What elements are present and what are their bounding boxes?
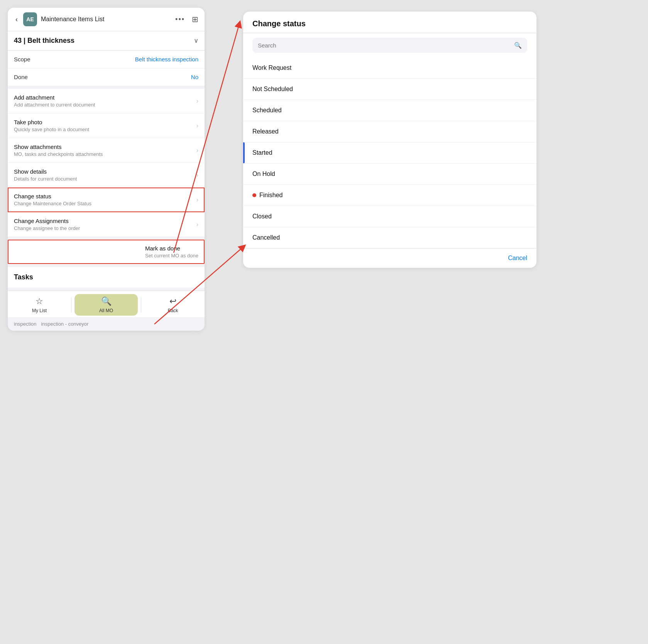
all-mo-icon: 🔍 bbox=[101, 296, 112, 306]
cancelled-label: Cancelled bbox=[252, 234, 280, 241]
change-status-item[interactable]: Change status Change Maintenance Order S… bbox=[8, 188, 205, 212]
change-status-subtitle: Change Maintenance Order Status bbox=[14, 201, 91, 206]
right-panel: Change status 🔍 Work Request Not Schedul… bbox=[243, 12, 536, 268]
content-area: Scope Belt thickness inspection Done No … bbox=[8, 51, 205, 291]
scope-value: Belt thickness inspection bbox=[135, 56, 198, 63]
status-on-hold[interactable]: On Hold bbox=[243, 164, 536, 185]
add-attachment-title: Add attachment bbox=[14, 94, 95, 101]
show-details-chevron-icon: › bbox=[196, 172, 198, 179]
status-list: Work Request Not Scheduled Scheduled Rel… bbox=[243, 57, 536, 248]
change-assignments-chevron-icon: › bbox=[196, 221, 198, 228]
change-status-text: Change status Change Maintenance Order S… bbox=[14, 193, 91, 206]
back-button[interactable]: ‹ bbox=[14, 14, 19, 25]
info-section: Scope Belt thickness inspection Done No bbox=[8, 51, 205, 86]
done-label: Done bbox=[14, 74, 28, 80]
mark-as-done-section: Mark as done Set current MO as done bbox=[8, 240, 205, 264]
chevron-down-icon: ∨ bbox=[194, 37, 198, 44]
finished-label: Finished bbox=[259, 192, 283, 199]
right-panel-header: Change status bbox=[243, 12, 536, 33]
status-cancelled[interactable]: Cancelled bbox=[243, 227, 536, 248]
show-details-title: Show details bbox=[14, 168, 77, 175]
done-row: Done No bbox=[8, 68, 205, 86]
take-photo-chevron-icon: › bbox=[196, 122, 198, 129]
back-icon: ↩ bbox=[169, 296, 176, 306]
not-scheduled-label: Not Scheduled bbox=[252, 86, 293, 93]
scope-label: Scope bbox=[14, 56, 30, 63]
search-icon: 🔍 bbox=[514, 42, 522, 49]
my-list-icon: ☆ bbox=[36, 296, 43, 306]
take-photo-subtitle: Quickly save photo in a document bbox=[14, 127, 89, 132]
show-attachments-text: Show attachments MO, tasks and checkpoin… bbox=[14, 144, 103, 157]
change-status-title: Change status bbox=[14, 193, 91, 199]
released-label: Released bbox=[252, 128, 279, 135]
done-value: No bbox=[191, 74, 198, 80]
nav-my-list-label: My List bbox=[32, 308, 47, 313]
left-panel: ‹ AE Maintenance Items List ••• ⊞ 43 | B… bbox=[8, 8, 205, 331]
on-hold-label: On Hold bbox=[252, 171, 275, 177]
show-attachments-item[interactable]: Show attachments MO, tasks and checkpoin… bbox=[8, 138, 205, 163]
document-title-bar[interactable]: 43 | Belt thickness ∨ bbox=[8, 31, 205, 51]
nav-all-mo-label: All MO bbox=[99, 308, 113, 313]
mark-as-done-title: Mark as done bbox=[145, 245, 198, 252]
avatar: AE bbox=[23, 12, 37, 26]
change-assignments-item[interactable]: Change Assignments Change assignee to th… bbox=[8, 212, 205, 237]
grid-button[interactable]: ⊞ bbox=[192, 15, 198, 24]
search-bar[interactable]: 🔍 bbox=[252, 38, 527, 53]
change-assignments-subtitle: Change assignee to the order bbox=[14, 225, 80, 231]
search-input[interactable] bbox=[258, 42, 511, 49]
nav-back-label: Back bbox=[168, 308, 178, 313]
app-header: ‹ AE Maintenance Items List ••• ⊞ bbox=[8, 8, 205, 31]
document-title-text: 43 | Belt thickness bbox=[14, 37, 74, 45]
add-attachment-subtitle: Add attachment to current document bbox=[14, 102, 95, 108]
nav-my-list[interactable]: ☆ My List bbox=[8, 294, 71, 316]
add-attachment-text: Add attachment Add attachment to current… bbox=[14, 94, 95, 108]
show-details-subtitle: Details for current document bbox=[14, 176, 77, 182]
status-started[interactable]: Started bbox=[243, 142, 536, 164]
right-panel-title: Change status bbox=[252, 19, 306, 28]
change-assignments-text: Change Assignments Change assignee to th… bbox=[14, 218, 80, 231]
add-attachment-item[interactable]: Add attachment Add attachment to current… bbox=[8, 89, 205, 113]
mark-as-done-subtitle: Set current MO as done bbox=[145, 253, 198, 259]
started-label: Started bbox=[252, 149, 272, 156]
right-panel-footer: Cancel bbox=[243, 248, 536, 268]
status-scheduled[interactable]: Scheduled bbox=[243, 100, 536, 121]
add-attachment-chevron-icon: › bbox=[196, 98, 198, 105]
tasks-section: Tasks bbox=[8, 267, 205, 287]
nav-back[interactable]: ↩ Back bbox=[141, 294, 205, 316]
take-photo-text: Take photo Quickly save photo in a docum… bbox=[14, 119, 89, 132]
change-assignments-title: Change Assignments bbox=[14, 218, 80, 224]
status-finished[interactable]: Finished bbox=[243, 185, 536, 206]
show-details-text: Show details Details for current documen… bbox=[14, 168, 77, 182]
mark-as-done-item[interactable]: Mark as done Set current MO as done bbox=[8, 240, 205, 264]
status-not-scheduled[interactable]: Not Scheduled bbox=[243, 79, 536, 100]
take-photo-item[interactable]: Take photo Quickly save photo in a docum… bbox=[8, 113, 205, 138]
work-request-label: Work Request bbox=[252, 64, 291, 71]
scope-row: Scope Belt thickness inspection bbox=[8, 51, 205, 68]
closed-label: Closed bbox=[252, 213, 272, 220]
tasks-title: Tasks bbox=[14, 273, 33, 281]
status-work-request[interactable]: Work Request bbox=[243, 57, 536, 79]
show-attachments-title: Show attachments bbox=[14, 144, 103, 150]
header-title: Maintenance Items List bbox=[41, 16, 171, 23]
change-status-chevron-icon: › bbox=[196, 196, 198, 203]
finished-red-dot bbox=[252, 193, 256, 197]
bottom-content: inspection inspection - conveyor bbox=[8, 317, 205, 331]
action-section: Add attachment Add attachment to current… bbox=[8, 89, 205, 237]
show-attachments-subtitle: MO, tasks and checkpoints attachments bbox=[14, 151, 103, 157]
show-attachments-chevron-icon: › bbox=[196, 147, 198, 154]
status-closed[interactable]: Closed bbox=[243, 206, 536, 227]
bottom-item-2: inspection - conveyor bbox=[41, 321, 89, 327]
status-released[interactable]: Released bbox=[243, 121, 536, 142]
active-bar-indicator bbox=[243, 142, 245, 163]
bottom-navigation: ☆ My List 🔍 All MO ↩ Back bbox=[8, 291, 205, 317]
take-photo-title: Take photo bbox=[14, 119, 89, 125]
show-details-item[interactable]: Show details Details for current documen… bbox=[8, 163, 205, 188]
scheduled-label: Scheduled bbox=[252, 107, 282, 114]
mark-as-done-text: Mark as done Set current MO as done bbox=[140, 245, 198, 259]
nav-all-mo[interactable]: 🔍 All MO bbox=[74, 294, 138, 316]
more-button[interactable]: ••• bbox=[175, 15, 185, 24]
nav-divider bbox=[71, 297, 71, 313]
bottom-item-1: inspection bbox=[14, 321, 37, 327]
cancel-button[interactable]: Cancel bbox=[508, 255, 527, 262]
